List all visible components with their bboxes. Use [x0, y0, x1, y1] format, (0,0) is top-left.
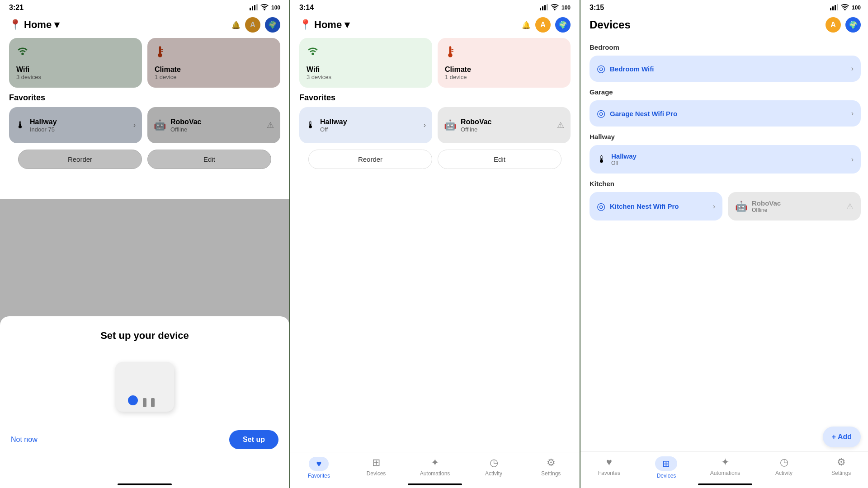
nav-favorites-3[interactable]: ♥ Favorites — [595, 456, 623, 479]
svg-point-5 — [158, 53, 162, 57]
fav-hallway-icon-2: 🌡 — [306, 119, 316, 131]
nav-devices-3[interactable]: ⊞ Devices — [653, 456, 680, 479]
devices-title: Devices — [590, 19, 631, 31]
status-icons-2: 100 — [540, 4, 571, 12]
device-garage-nest[interactable]: ◎ Garage Nest Wifi Pro › — [590, 100, 861, 127]
nav-devices-icon-2: ⊞ — [372, 457, 380, 469]
avatar-b-1[interactable]: 🌍 — [265, 17, 280, 33]
nav-automations-2[interactable]: ✦ Automations — [420, 457, 450, 479]
wifi-card-1[interactable]: Wifi 3 devices — [9, 38, 142, 88]
wifi-icon-3 — [841, 4, 849, 12]
home-label-2: Home — [314, 19, 342, 31]
group-kitchen: Kitchen — [590, 180, 861, 188]
nav-activity-3[interactable]: ◷ Activity — [770, 456, 797, 479]
location-icon-1: 📍 — [9, 19, 21, 31]
device-robovac-warning-3: ⚠ — [846, 202, 854, 211]
location-icon-2: 📍 — [299, 19, 311, 31]
fav-robovac-warning-1: ⚠ — [267, 120, 274, 130]
avatar-a-1[interactable]: A — [245, 17, 260, 33]
favorites-cards-1: 🌡 Hallway Indoor 75 › 🤖 RoboVac Offline — [9, 107, 280, 143]
nav-settings-3[interactable]: ⚙ Settings — [828, 456, 855, 479]
avatar-a-2[interactable]: A — [535, 17, 551, 33]
climate-card-icon-2 — [445, 45, 563, 61]
device-robovac-3[interactable]: 🤖 RoboVac Offline ⚠ — [728, 192, 861, 221]
svg-rect-18 — [835, 5, 836, 10]
fav-robovac-status-2: Offline — [461, 126, 491, 133]
group-bedroom: Bedroom — [590, 43, 861, 51]
edit-button-1[interactable]: Edit — [147, 150, 271, 169]
signal-icon-1 — [250, 4, 258, 12]
nav-favorites-icon-2: ♥ — [309, 457, 329, 471]
reorder-button-2[interactable]: Reorder — [308, 150, 432, 169]
reorder-button-1[interactable]: Reorder — [18, 150, 142, 169]
climate-card-2[interactable]: Climate 1 device — [438, 38, 571, 88]
fav-hallway-icon-1: 🌡 — [15, 119, 25, 131]
nav-settings-icon-3: ⚙ — [837, 456, 846, 468]
bell-icon-2[interactable]: 🔔 — [522, 21, 531, 29]
svg-rect-9 — [542, 6, 543, 10]
svg-rect-0 — [250, 8, 251, 10]
wifi-icon-2 — [551, 4, 559, 12]
nav-automations-3[interactable]: ✦ Automations — [710, 456, 741, 479]
home-indicator-3 — [698, 483, 752, 485]
setup-button[interactable]: Set up — [229, 430, 278, 449]
add-fab[interactable]: + Add — [823, 427, 861, 447]
device-hallway[interactable]: 🌡 Hallway Off › — [590, 145, 861, 174]
avatar-b-2[interactable]: 🌍 — [555, 17, 571, 33]
fav-robovac-1[interactable]: 🤖 RoboVac Offline ⚠ — [147, 107, 280, 143]
nav-activity-2[interactable]: ◷ Activity — [480, 457, 507, 479]
device-garage-chevron: › — [851, 109, 854, 117]
status-icons-3: 100 — [830, 4, 861, 12]
avatar-b-3[interactable]: 🌍 — [845, 17, 861, 33]
home-title-1[interactable]: 📍 Home ▾ — [9, 19, 59, 31]
device-bedroom-wifi[interactable]: ◎ Bedroom Wifi › — [590, 56, 861, 82]
device-kitchen-nest[interactable]: ◎ Kitchen Nest Wifi Pro › — [590, 192, 722, 221]
panel3: 3:15 100 Devices A 🌍 Bedroom ◎ — [580, 0, 868, 488]
climate-card-sub-2: 1 device — [445, 74, 563, 80]
fav-robovac-name-2: RoboVac — [461, 118, 491, 126]
nav-devices-label-2: Devices — [367, 470, 386, 477]
nav-favorites-label-3: Favorites — [598, 470, 620, 476]
nav-settings-label-2: Settings — [541, 470, 561, 477]
home-label-1: Home — [24, 19, 52, 31]
nav-settings-2[interactable]: ⚙ Settings — [538, 457, 565, 479]
home-indicator-1 — [118, 483, 172, 485]
svg-rect-4 — [159, 46, 161, 53]
fav-robovac-2[interactable]: 🤖 RoboVac Offline ⚠ — [438, 107, 571, 143]
setup-title: Set up your device — [11, 330, 278, 342]
nav-devices-2[interactable]: ⊞ Devices — [363, 457, 390, 479]
wifi-card-name-2: Wifi — [307, 66, 425, 74]
svg-rect-3 — [256, 4, 258, 10]
favorites-title-1: Favorites — [9, 93, 280, 103]
battery-icon-1: 100 — [271, 5, 280, 11]
fav-hallway-1[interactable]: 🌡 Hallway Indoor 75 › — [9, 107, 142, 143]
app-header-2: 📍 Home ▾ 🔔 A 🌍 — [290, 14, 580, 38]
time-2: 3:14 — [299, 4, 314, 12]
home-title-2[interactable]: 📍 Home ▾ — [299, 19, 349, 31]
device-hallway-name: Hallway — [611, 152, 637, 160]
avatar-a-3[interactable]: A — [826, 17, 841, 33]
fav-hallway-2[interactable]: 🌡 Hallway Off › — [299, 107, 432, 143]
setup-footer: Not now Set up — [11, 423, 278, 449]
edit-button-2[interactable]: Edit — [438, 150, 561, 169]
nav-settings-icon-2: ⚙ — [547, 457, 556, 469]
add-fab-label: + Add — [832, 433, 852, 441]
action-buttons-1: Reorder Edit — [9, 150, 280, 169]
not-now-button[interactable]: Not now — [11, 436, 38, 444]
devices-header-icons: A 🌍 — [826, 17, 861, 33]
status-bar-1: 3:21 100 — [0, 0, 289, 14]
nav-favorites-2[interactable]: ♥ Favorites — [305, 457, 332, 479]
svg-rect-14 — [451, 49, 453, 50]
wifi-card-2[interactable]: Wifi 3 devices — [299, 38, 432, 88]
bell-icon-1[interactable]: 🔔 — [231, 21, 241, 29]
device-bedroom-chevron: › — [851, 65, 854, 73]
setup-sheet: Set up your device Not now Set up — [0, 316, 289, 488]
climate-card-name-1: Climate — [155, 66, 273, 74]
battery-icon-2: 100 — [561, 5, 571, 11]
device-garage-icon: ◎ — [597, 108, 605, 119]
device-row-garage: ◎ Garage Nest Wifi Pro › — [590, 100, 861, 127]
device-hallway-chevron: › — [851, 155, 854, 164]
climate-card-1[interactable]: Climate 1 device — [147, 38, 280, 88]
fav-hallway-chevron-2: › — [424, 121, 426, 129]
time-3: 3:15 — [590, 4, 604, 12]
